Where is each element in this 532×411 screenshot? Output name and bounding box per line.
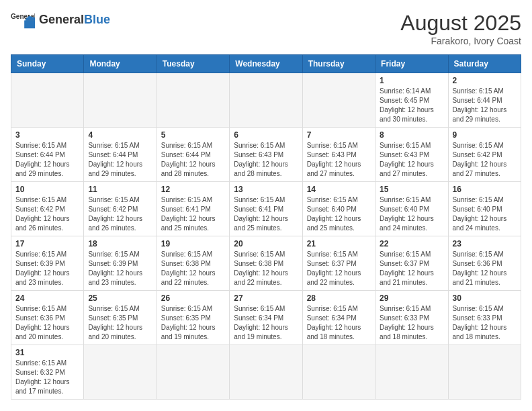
calendar-cell: 30Sunrise: 6:15 AM Sunset: 6:33 PM Dayli… <box>448 291 521 345</box>
day-info: Sunrise: 6:15 AM Sunset: 6:36 PM Dayligh… <box>15 304 79 342</box>
calendar-cell <box>157 345 229 400</box>
day-info: Sunrise: 6:15 AM Sunset: 6:40 PM Dayligh… <box>307 195 371 233</box>
calendar-week-row: 31Sunrise: 6:15 AM Sunset: 6:32 PM Dayli… <box>11 345 521 400</box>
day-number: 31 <box>15 348 79 357</box>
calendar-cell: 22Sunrise: 6:15 AM Sunset: 6:37 PM Dayli… <box>375 236 448 291</box>
calendar-cell: 15Sunrise: 6:15 AM Sunset: 6:40 PM Dayli… <box>375 182 448 236</box>
day-info: Sunrise: 6:15 AM Sunset: 6:44 PM Dayligh… <box>88 141 152 179</box>
calendar-cell: 5Sunrise: 6:15 AM Sunset: 6:44 PM Daylig… <box>157 128 229 182</box>
day-number: 30 <box>453 293 517 303</box>
day-number: 18 <box>88 239 152 248</box>
calendar-cell: 12Sunrise: 6:15 AM Sunset: 6:41 PM Dayli… <box>157 182 229 236</box>
calendar-cell: 16Sunrise: 6:15 AM Sunset: 6:40 PM Dayli… <box>448 182 521 236</box>
day-number: 10 <box>15 185 79 194</box>
day-number: 1 <box>380 76 443 85</box>
day-info: Sunrise: 6:15 AM Sunset: 6:43 PM Dayligh… <box>380 141 443 179</box>
title-block: August 2025 Farakoro, Ivory Coast <box>400 11 521 46</box>
day-info: Sunrise: 6:15 AM Sunset: 6:41 PM Dayligh… <box>234 195 298 233</box>
day-number: 15 <box>380 185 443 194</box>
day-info: Sunrise: 6:15 AM Sunset: 6:43 PM Dayligh… <box>234 141 298 179</box>
day-info: Sunrise: 6:15 AM Sunset: 6:37 PM Dayligh… <box>380 250 443 287</box>
day-info: Sunrise: 6:15 AM Sunset: 6:44 PM Dayligh… <box>161 141 225 179</box>
day-info: Sunrise: 6:15 AM Sunset: 6:44 PM Dayligh… <box>453 87 517 124</box>
day-info: Sunrise: 6:14 AM Sunset: 6:45 PM Dayligh… <box>380 87 443 124</box>
svg-marker-1 <box>24 21 35 29</box>
calendar-cell: 18Sunrise: 6:15 AM Sunset: 6:39 PM Dayli… <box>84 236 157 291</box>
calendar-cell: 28Sunrise: 6:15 AM Sunset: 6:34 PM Dayli… <box>302 291 375 345</box>
calendar-header-row: Sunday Monday Tuesday Wednesday Thursday… <box>11 55 521 73</box>
day-number: 8 <box>380 130 443 140</box>
day-number: 3 <box>15 130 79 140</box>
day-info: Sunrise: 6:15 AM Sunset: 6:34 PM Dayligh… <box>307 304 371 342</box>
day-info: Sunrise: 6:15 AM Sunset: 6:42 PM Dayligh… <box>15 195 79 233</box>
day-number: 23 <box>453 239 517 248</box>
col-sunday: Sunday <box>11 55 84 73</box>
day-info: Sunrise: 6:15 AM Sunset: 6:40 PM Dayligh… <box>453 195 517 233</box>
day-info: Sunrise: 6:15 AM Sunset: 6:42 PM Dayligh… <box>453 141 517 179</box>
calendar-cell <box>230 73 302 128</box>
header: General GeneralBlue August 2025 Farakoro… <box>11 11 521 46</box>
calendar-cell: 6Sunrise: 6:15 AM Sunset: 6:43 PM Daylig… <box>230 128 302 182</box>
calendar-cell: 4Sunrise: 6:15 AM Sunset: 6:44 PM Daylig… <box>84 128 157 182</box>
calendar-cell: 3Sunrise: 6:15 AM Sunset: 6:44 PM Daylig… <box>11 128 84 182</box>
day-number: 14 <box>307 185 371 194</box>
month-year: August 2025 <box>400 11 521 36</box>
calendar-week-row: 17Sunrise: 6:15 AM Sunset: 6:39 PM Dayli… <box>11 236 521 291</box>
col-thursday: Thursday <box>302 55 375 73</box>
day-number: 20 <box>234 239 298 248</box>
col-tuesday: Tuesday <box>157 55 229 73</box>
day-number: 29 <box>380 293 443 303</box>
col-saturday: Saturday <box>448 55 521 73</box>
col-wednesday: Wednesday <box>230 55 302 73</box>
calendar-cell <box>375 345 448 400</box>
calendar-cell: 1Sunrise: 6:14 AM Sunset: 6:45 PM Daylig… <box>375 73 448 128</box>
generalblue-logo-icon: General <box>11 11 35 30</box>
calendar-cell: 14Sunrise: 6:15 AM Sunset: 6:40 PM Dayli… <box>302 182 375 236</box>
day-info: Sunrise: 6:15 AM Sunset: 6:44 PM Dayligh… <box>15 141 79 179</box>
day-number: 28 <box>307 293 371 303</box>
calendar-cell <box>448 345 521 400</box>
day-info: Sunrise: 6:15 AM Sunset: 6:39 PM Dayligh… <box>15 250 79 287</box>
day-info: Sunrise: 6:15 AM Sunset: 6:43 PM Dayligh… <box>307 141 371 179</box>
calendar-cell <box>230 345 302 400</box>
calendar-cell: 9Sunrise: 6:15 AM Sunset: 6:42 PM Daylig… <box>448 128 521 182</box>
calendar-cell: 11Sunrise: 6:15 AM Sunset: 6:42 PM Dayli… <box>84 182 157 236</box>
day-info: Sunrise: 6:15 AM Sunset: 6:38 PM Dayligh… <box>161 250 225 287</box>
calendar-cell: 23Sunrise: 6:15 AM Sunset: 6:36 PM Dayli… <box>448 236 521 291</box>
day-info: Sunrise: 6:15 AM Sunset: 6:33 PM Dayligh… <box>380 304 443 342</box>
day-info: Sunrise: 6:15 AM Sunset: 6:35 PM Dayligh… <box>161 304 225 342</box>
calendar-cell: 25Sunrise: 6:15 AM Sunset: 6:35 PM Dayli… <box>84 291 157 345</box>
day-number: 6 <box>234 130 298 140</box>
calendar-cell <box>84 345 157 400</box>
day-number: 16 <box>453 185 517 194</box>
logo: General GeneralBlue <box>11 11 110 30</box>
calendar-cell: 21Sunrise: 6:15 AM Sunset: 6:37 PM Dayli… <box>302 236 375 291</box>
day-number: 5 <box>161 130 225 140</box>
day-info: Sunrise: 6:15 AM Sunset: 6:33 PM Dayligh… <box>453 304 517 342</box>
calendar-cell <box>302 73 375 128</box>
day-info: Sunrise: 6:15 AM Sunset: 6:39 PM Dayligh… <box>88 250 152 287</box>
calendar-week-row: 10Sunrise: 6:15 AM Sunset: 6:42 PM Dayli… <box>11 182 521 236</box>
calendar-cell: 29Sunrise: 6:15 AM Sunset: 6:33 PM Dayli… <box>375 291 448 345</box>
calendar-cell: 17Sunrise: 6:15 AM Sunset: 6:39 PM Dayli… <box>11 236 84 291</box>
calendar-week-row: 3Sunrise: 6:15 AM Sunset: 6:44 PM Daylig… <box>11 128 521 182</box>
day-number: 9 <box>453 130 517 140</box>
calendar-cell: 8Sunrise: 6:15 AM Sunset: 6:43 PM Daylig… <box>375 128 448 182</box>
day-number: 4 <box>88 130 152 140</box>
calendar-week-row: 24Sunrise: 6:15 AM Sunset: 6:36 PM Dayli… <box>11 291 521 345</box>
day-number: 17 <box>15 239 79 248</box>
day-number: 26 <box>161 293 225 303</box>
day-info: Sunrise: 6:15 AM Sunset: 6:32 PM Dayligh… <box>15 359 79 396</box>
calendar-cell: 10Sunrise: 6:15 AM Sunset: 6:42 PM Dayli… <box>11 182 84 236</box>
day-info: Sunrise: 6:15 AM Sunset: 6:35 PM Dayligh… <box>88 304 152 342</box>
calendar-cell: 27Sunrise: 6:15 AM Sunset: 6:34 PM Dayli… <box>230 291 302 345</box>
day-number: 21 <box>307 239 371 248</box>
calendar-week-row: 1Sunrise: 6:14 AM Sunset: 6:45 PM Daylig… <box>11 73 521 128</box>
day-info: Sunrise: 6:15 AM Sunset: 6:34 PM Dayligh… <box>234 304 298 342</box>
calendar-cell: 26Sunrise: 6:15 AM Sunset: 6:35 PM Dayli… <box>157 291 229 345</box>
day-info: Sunrise: 6:15 AM Sunset: 6:36 PM Dayligh… <box>453 250 517 287</box>
calendar-cell <box>84 73 157 128</box>
calendar-cell: 2Sunrise: 6:15 AM Sunset: 6:44 PM Daylig… <box>448 73 521 128</box>
col-friday: Friday <box>375 55 448 73</box>
day-info: Sunrise: 6:15 AM Sunset: 6:41 PM Dayligh… <box>161 195 225 233</box>
